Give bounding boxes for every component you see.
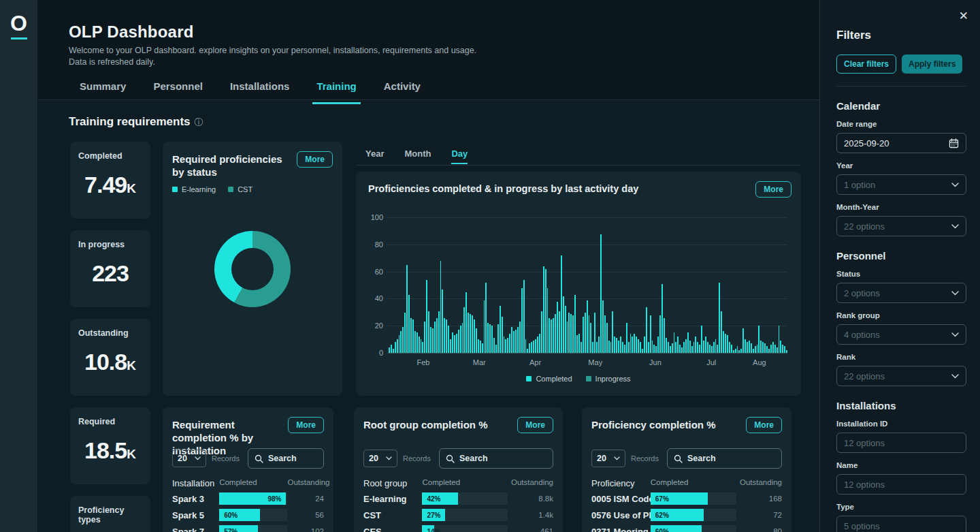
page-size-select[interactable]: 20 bbox=[363, 450, 397, 467]
row-bar-cell: 27% bbox=[422, 509, 508, 521]
subtitle-line-1: Welcome to your OLP dashboard. explore i… bbox=[69, 45, 476, 57]
period-tab-year[interactable]: Year bbox=[365, 148, 384, 164]
search-icon bbox=[674, 454, 683, 463]
filter-field-year: Year1 option bbox=[836, 161, 966, 195]
page-size-select[interactable]: 20 bbox=[172, 450, 206, 467]
filter-field-status: Status2 options bbox=[836, 270, 966, 303]
row-bar-cell: 57% bbox=[219, 525, 287, 532]
table-header-row: InstallationCompletedOutstanding bbox=[172, 478, 324, 488]
select-placeholder: 4 options bbox=[844, 330, 880, 340]
legend-item-inprogress: Inprogress bbox=[586, 375, 631, 383]
tab-personnel[interactable]: Personnel bbox=[152, 78, 204, 100]
date-range-value: 2025-09-20 bbox=[844, 138, 889, 148]
tab-installations[interactable]: Installations bbox=[229, 78, 291, 100]
table-search-input[interactable] bbox=[268, 454, 317, 463]
completion-bar-track: 60% bbox=[219, 509, 287, 521]
main-area: OLP Dashboard Welcome to your OLP dashbo… bbox=[37, 0, 819, 532]
completion-bar-track: 98% bbox=[219, 492, 287, 505]
table-rows: Spark 398%24Spark 560%56Spark 757%102 bbox=[172, 490, 324, 532]
table-search-input[interactable] bbox=[459, 454, 546, 463]
filters-panel: ✕ Filters Clear filters Apply filters Ca… bbox=[819, 0, 980, 532]
clear-filters-button[interactable]: Clear filters bbox=[836, 54, 896, 74]
chevron-down-icon bbox=[951, 332, 959, 337]
table-more-button[interactable]: More bbox=[288, 417, 324, 433]
header-divider bbox=[37, 99, 819, 100]
month-year-select[interactable]: 22 options bbox=[836, 216, 966, 236]
stat-card-suffix: K bbox=[127, 181, 136, 195]
rank-select[interactable]: 22 options bbox=[836, 366, 966, 386]
y-tick-label: 20 bbox=[361, 322, 383, 330]
table-controls: 20Records bbox=[363, 448, 553, 469]
bar-chart-month-labels: FebMarAprMayJunJulAug bbox=[387, 358, 787, 368]
filter-field-rank: Rank22 options bbox=[836, 353, 966, 386]
close-icon[interactable]: ✕ bbox=[959, 10, 968, 22]
bar-chart-plot: 020406080100 bbox=[387, 218, 787, 354]
column-header-outstanding: Outstanding bbox=[508, 478, 553, 488]
installation-id-input[interactable]: 12 options bbox=[836, 433, 966, 453]
completion-bar-fill: 14% bbox=[422, 525, 434, 532]
table-more-button[interactable]: More bbox=[746, 417, 782, 433]
filter-groups: CalendarDate range2025-09-20Year1 option… bbox=[836, 100, 966, 532]
row-outstanding: 80 bbox=[736, 527, 782, 532]
records-label: Records bbox=[212, 454, 240, 463]
name-input[interactable]: 12 options bbox=[836, 474, 966, 495]
chart-tabs-divider bbox=[356, 165, 801, 166]
row-outstanding: 56 bbox=[287, 511, 324, 519]
search-box[interactable] bbox=[667, 448, 782, 469]
completion-bar-fill: 57% bbox=[219, 525, 258, 532]
table-more-button[interactable]: More bbox=[517, 417, 553, 433]
stat-card-label: In progress bbox=[78, 240, 142, 249]
column-header-installation: Installation bbox=[172, 478, 219, 488]
input-placeholder: 12 options bbox=[844, 480, 885, 490]
table-rows: E-learning42%8.8kCST27%1.4kCES14%461 bbox=[363, 490, 553, 532]
filter-field-month-year: Month-Year22 options bbox=[836, 203, 966, 236]
status-select[interactable]: 2 options bbox=[836, 283, 966, 303]
filter-field-label: Rank group bbox=[836, 311, 966, 319]
app-logo[interactable]: O bbox=[0, 11, 37, 40]
tab-summary[interactable]: Summary bbox=[78, 78, 127, 100]
row-bar-cell: 98% bbox=[219, 492, 287, 505]
completion-bar-track: 62% bbox=[651, 509, 736, 521]
filter-field-installation-id: Installation ID12 options bbox=[836, 420, 966, 453]
legend-item-completed: Completed bbox=[526, 375, 572, 383]
tab-training[interactable]: Training bbox=[315, 78, 357, 100]
bar-chart-more-button[interactable]: More bbox=[755, 181, 791, 198]
row-name: 0371 Mooring bbox=[591, 527, 651, 532]
row-bar-cell: 60% bbox=[651, 525, 736, 532]
filter-group-heading-installations: Installations bbox=[836, 400, 966, 411]
donut-more-button[interactable]: More bbox=[297, 151, 333, 168]
filter-field-date-range: Date range2025-09-20 bbox=[836, 120, 966, 153]
stat-card-value: 18.5K bbox=[78, 437, 142, 464]
chevron-down-icon bbox=[195, 456, 201, 460]
chart-period-tabs: YearMonthDay bbox=[365, 148, 468, 164]
stat-card-value: 7.49K bbox=[78, 172, 142, 198]
row-bar-cell: 62% bbox=[651, 509, 736, 521]
rank-group-select[interactable]: 4 options bbox=[836, 324, 966, 345]
filter-field-rank-group: Rank group4 options bbox=[836, 311, 966, 345]
table-card-proficiency-completion-: Proficiency completion %More20RecordsPro… bbox=[582, 407, 791, 532]
period-tab-month[interactable]: Month bbox=[404, 148, 431, 164]
row-name: Spark 3 bbox=[172, 494, 219, 504]
records-label: Records bbox=[631, 454, 659, 463]
table-card-root-group-completion-: Root group completion %More20RecordsRoot… bbox=[354, 407, 563, 532]
search-box[interactable] bbox=[248, 448, 324, 469]
stat-card-required: Required18.5K bbox=[70, 407, 150, 484]
legend-swatch bbox=[586, 376, 591, 381]
table-card-requirement-completion-by-installation: Requirement completion % by installation… bbox=[163, 407, 333, 532]
column-header-completed: Completed bbox=[651, 478, 736, 488]
apply-filters-button[interactable]: Apply filters bbox=[902, 54, 962, 74]
select-placeholder: 2 options bbox=[844, 288, 880, 298]
info-icon[interactable]: ⓘ bbox=[195, 117, 203, 127]
row-bar-cell: 14% bbox=[422, 525, 508, 532]
table-search-input[interactable] bbox=[687, 454, 775, 463]
y-tick-label: 100 bbox=[361, 213, 383, 221]
search-box[interactable] bbox=[439, 448, 553, 469]
column-header-outstanding: Outstanding bbox=[736, 478, 782, 488]
row-outstanding: 72 bbox=[736, 511, 782, 519]
tab-activity[interactable]: Activity bbox=[382, 78, 422, 100]
type-input[interactable]: 5 options bbox=[836, 516, 966, 532]
period-tab-day[interactable]: Day bbox=[451, 148, 468, 164]
page-size-select[interactable]: 20 bbox=[591, 450, 625, 467]
year-select[interactable]: 1 option bbox=[836, 174, 966, 195]
date-range-input[interactable]: 2025-09-20 bbox=[836, 133, 966, 153]
